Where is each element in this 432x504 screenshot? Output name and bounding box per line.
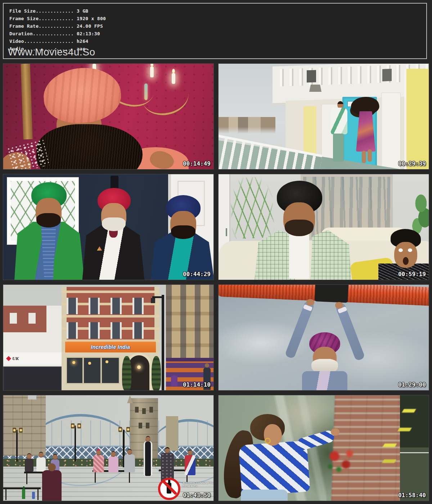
face-white-beard xyxy=(101,203,126,230)
person xyxy=(25,459,33,472)
house-plant xyxy=(229,176,275,239)
person-pink-turban xyxy=(93,455,104,472)
hsbc-uk-sign: UK xyxy=(3,352,62,365)
lamp-head xyxy=(71,423,75,428)
street-lamp xyxy=(162,295,164,391)
hsbc-logo-icon xyxy=(6,356,11,361)
green-bottle xyxy=(22,489,25,499)
screenshot-3: 00:44:29 xyxy=(3,174,214,280)
video-codec-line: Video................. h264 xyxy=(9,37,426,45)
scene-beach-huts-dance xyxy=(219,64,429,169)
frame-rate-line: Frame Rate............ 24.00 FPS xyxy=(9,22,426,30)
blue-suit-torso xyxy=(302,371,347,391)
media-info-panel: File Size............. 3 GB Frame Size..… xyxy=(3,3,427,59)
lamp-head xyxy=(77,423,81,428)
screenshot-grid: 00:14:49 00:29:39 xyxy=(3,63,429,501)
person xyxy=(124,454,135,472)
waiter xyxy=(144,441,152,476)
hoop-earring xyxy=(265,438,271,444)
scene-hanging-from-pipe xyxy=(219,285,429,390)
chandelier-candle xyxy=(150,67,154,77)
lamp-post xyxy=(75,426,76,462)
timestamp-overlay: 01:14:10 xyxy=(183,381,211,388)
restaurant-sign: Incredible India xyxy=(65,342,156,352)
scene-incredible-india-street: UK Incredible India xyxy=(3,285,213,390)
frame-size-line: Frame Size............ 1920 x 800 xyxy=(9,15,426,22)
gripping-hand xyxy=(306,299,314,306)
screenshot-5: UK Incredible India 01:14:10 xyxy=(3,284,214,391)
scene-tower-bridge-cafe: ALCOHOL CONSUMPTION IS INJURIOUS TO HEAL… xyxy=(3,395,213,501)
check-cardigan xyxy=(238,441,310,496)
timestamp-overlay: 00:44:29 xyxy=(183,271,211,278)
timestamp-overlay: 01:43:50 xyxy=(183,492,211,499)
arched-doorway xyxy=(129,355,149,391)
cable-hangers xyxy=(32,420,212,449)
restaurant-window xyxy=(66,357,120,384)
man-green-jacket xyxy=(331,108,347,134)
chandelier-stem xyxy=(144,84,148,100)
restaurant-sign-text: Incredible India xyxy=(91,344,130,350)
screenshot-2: 00:29:39 xyxy=(218,63,429,170)
timestamp-overlay: 00:59:19 xyxy=(398,271,426,278)
thrown-red-flowers xyxy=(324,444,360,480)
hand xyxy=(331,428,339,436)
screenshot-6: 01:29:00 xyxy=(218,284,429,391)
white-shirt xyxy=(289,234,309,279)
shocked-face xyxy=(394,242,417,268)
screenshot-1: 00:14:49 xyxy=(3,63,214,170)
lamp-head xyxy=(19,428,23,433)
man-head xyxy=(337,101,343,108)
person xyxy=(185,455,195,475)
long-black-beard xyxy=(36,124,143,170)
distant-town xyxy=(219,117,275,134)
foreground-person xyxy=(42,470,62,501)
salmon-turban xyxy=(41,65,123,126)
left-white-building xyxy=(3,306,62,391)
warning-text: ALCOHOL CONSUMPTION IS INJURIOUS TO HEAL… xyxy=(183,481,214,488)
person xyxy=(36,457,46,472)
gold-picture-frame xyxy=(21,64,32,140)
scene-three-turbaned-men xyxy=(3,174,213,280)
lamp-head xyxy=(118,427,122,432)
wall-lamp xyxy=(309,85,321,92)
site-watermark: Www.Movies4u.So xyxy=(8,46,95,58)
monstera-plant xyxy=(403,193,429,234)
stone-pillar xyxy=(3,395,46,456)
person xyxy=(108,456,118,472)
screenshot-4: 00:59:19 xyxy=(218,174,429,280)
timestamp-overlay: 01:29:00 xyxy=(398,381,426,388)
white-door xyxy=(381,93,401,170)
bridge-turret xyxy=(166,416,178,451)
uk-sign-text: UK xyxy=(12,356,19,361)
blue-jeans xyxy=(241,490,288,501)
topiary-tree xyxy=(152,356,161,391)
face xyxy=(170,211,196,238)
scene-flower-throw xyxy=(219,395,429,501)
timestamp-overlay: 01:58:40 xyxy=(398,492,426,499)
powder-cloud xyxy=(6,139,49,170)
dark-foliage-edge xyxy=(400,395,429,501)
pipe-black-band xyxy=(315,284,348,303)
chandelier-candle xyxy=(172,73,175,84)
window-row xyxy=(67,298,154,314)
topiary-tree xyxy=(122,356,131,391)
lamp-post xyxy=(16,430,18,462)
intercom-panel xyxy=(111,176,118,189)
scene-sadhu-blowing-powder xyxy=(3,64,213,169)
face xyxy=(36,198,62,227)
screenshot-7: ALCOHOL CONSUMPTION IS INJURIOUS TO HEAL… xyxy=(3,395,214,501)
yellow-wall xyxy=(404,69,429,170)
purple-wheelie-bin xyxy=(171,375,177,386)
gripping-hand xyxy=(335,302,343,309)
woman-legs xyxy=(362,151,366,163)
black-suit xyxy=(80,225,147,280)
file-size-line: File Size............. 3 GB xyxy=(9,7,426,15)
lamp-head xyxy=(13,428,16,433)
timestamp-overlay: 00:29:39 xyxy=(398,160,426,167)
screenshot-8: 01:58:40 xyxy=(218,395,429,501)
face xyxy=(283,202,315,236)
window-row xyxy=(67,322,154,339)
scene-sofa-reaction xyxy=(219,174,429,280)
lamp-head xyxy=(126,427,130,432)
man-green-pants xyxy=(333,134,344,162)
